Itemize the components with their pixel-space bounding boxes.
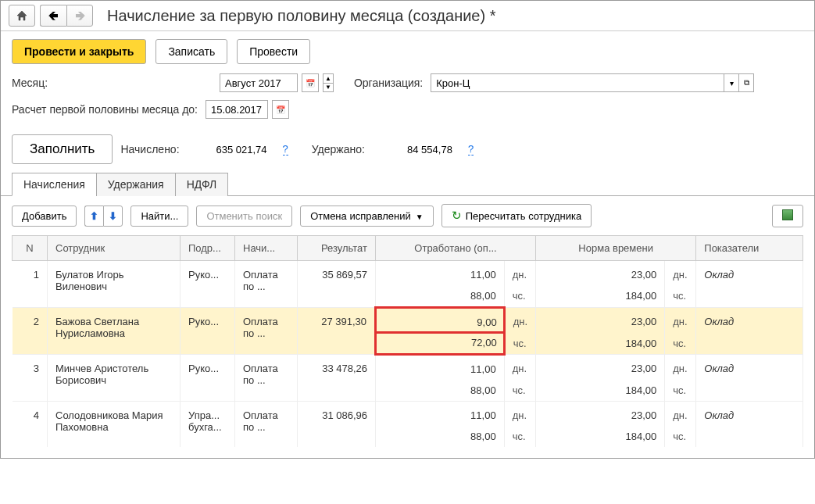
half-month-calendar-button[interactable]: 📅: [272, 100, 289, 119]
cell-worked-hours: 88,00: [376, 380, 505, 402]
arrow-right-icon: 🡺: [75, 10, 85, 22]
cancel-corrections-button[interactable]: Отмена исправлений▼: [300, 206, 434, 227]
cell-result: 31 086,96: [298, 401, 376, 447]
month-input[interactable]: [220, 73, 298, 92]
cell-employee: Булатов ИгорьВиленович: [48, 261, 181, 308]
col-accr[interactable]: Начи...: [235, 236, 298, 261]
post-and-close-button[interactable]: Провести и закрыть: [12, 39, 146, 64]
cell-employee: Бажова СветланаНурисламовна: [48, 308, 181, 355]
calendar-icon: 📅: [276, 105, 285, 114]
table-row[interactable]: 4Солодовникова МарияПахомовнаУпра...бухг…: [13, 401, 803, 447]
cell-accrual: Оплатапо ...: [235, 354, 298, 401]
cell-n: 4: [13, 401, 48, 447]
home-button[interactable]: [9, 5, 35, 27]
cell-accrual: Оплатапо ...: [235, 401, 298, 447]
add-button[interactable]: Добавить: [12, 206, 77, 227]
cell-unit-days: дн.: [504, 261, 535, 286]
col-indicators[interactable]: Показатели: [696, 236, 803, 261]
cell-indicator: Оклад: [696, 354, 803, 401]
cell-norm-hours: 184,00: [536, 333, 665, 355]
month-calendar-button[interactable]: 📅: [302, 73, 319, 92]
col-dept[interactable]: Подр...: [181, 236, 235, 261]
write-button[interactable]: Записать: [155, 39, 227, 64]
accrued-help[interactable]: ?: [283, 143, 288, 155]
org-label: Организация:: [354, 77, 423, 89]
cell-result: 33 478,26: [298, 354, 376, 401]
half-month-label: Расчет первой половины месяца до:: [12, 103, 198, 116]
col-norm[interactable]: Норма времени: [536, 236, 696, 261]
window-title: Начисление за первую половину месяца (со…: [107, 7, 496, 25]
withheld-label: Удержано:: [312, 143, 365, 155]
cell-dept: Руко...: [181, 261, 235, 308]
accrued-label: Начислено:: [120, 143, 179, 155]
cell-n: 3: [13, 354, 48, 401]
cell-employee: Минчев АристотельБорисович: [48, 354, 181, 401]
arrow-down-icon: ⬇: [109, 210, 117, 222]
cell-norm-days: 23,00: [536, 261, 665, 286]
tab-accruals[interactable]: Начисления: [12, 173, 97, 196]
cell-unit-hours: чс.: [504, 380, 535, 402]
move-down-button[interactable]: ⬇: [103, 206, 123, 227]
half-month-date-input[interactable]: [206, 100, 268, 119]
org-input[interactable]: [431, 73, 724, 92]
cell-norm-hours: 184,00: [536, 426, 665, 447]
col-result[interactable]: Результат: [298, 236, 376, 261]
forward-button[interactable]: 🡺: [66, 5, 93, 27]
cell-worked-hours: 72,00: [376, 333, 505, 355]
month-label: Месяц:: [12, 77, 215, 89]
open-icon: ⧉: [744, 78, 749, 88]
tab-withholdings[interactable]: Удержания: [96, 173, 176, 196]
withheld-help[interactable]: ?: [468, 143, 474, 155]
accrued-value: [188, 140, 272, 159]
cell-result: 35 869,57: [298, 261, 376, 308]
cell-worked-hours: 88,00: [376, 285, 505, 308]
cancel-search-button[interactable]: Отменить поиск: [196, 206, 292, 227]
cell-norm-days: 23,00: [536, 401, 665, 426]
table-row[interactable]: 1Булатов ИгорьВиленовичРуко...Оплатапо .…: [13, 261, 803, 308]
table-row[interactable]: 3Минчев АристотельБорисовичРуко...Оплата…: [13, 354, 803, 401]
arrow-left-icon: 🡸: [48, 10, 59, 22]
cell-unit-days: дн.: [504, 308, 535, 333]
post-button[interactable]: Провести: [237, 39, 310, 64]
home-icon: [16, 9, 28, 22]
col-worked[interactable]: Отработано (оп...: [376, 236, 536, 261]
chevron-down-icon: ▾: [730, 79, 734, 88]
cell-worked-hours: 88,00: [376, 426, 505, 447]
move-up-button[interactable]: ⬆: [84, 206, 103, 227]
cell-worked-days: 11,00: [376, 354, 505, 380]
cell-indicator: Оклад: [696, 308, 803, 355]
table-settings-button[interactable]: [772, 205, 803, 227]
cell-norm-days: 23,00: [536, 308, 665, 333]
cell-unit-hours: чс.: [504, 426, 535, 447]
cancel-corrections-label: Отмена исправлений: [310, 210, 411, 222]
month-down-button[interactable]: ▼: [323, 83, 334, 92]
back-button[interactable]: 🡸: [40, 5, 66, 27]
cell-unit-days: дн.: [504, 354, 535, 380]
cell-worked-days: 9,00: [376, 308, 505, 333]
cell-n: 2: [13, 308, 48, 355]
refresh-icon: ↻: [452, 209, 462, 222]
cell-unit-hours: чс.: [504, 285, 535, 308]
cell-norm-hours: 184,00: [536, 380, 665, 402]
cell-norm-days: 23,00: [536, 354, 665, 380]
cell-unit-days: дн.: [665, 401, 696, 426]
cell-n: 1: [13, 261, 48, 308]
col-employee[interactable]: Сотрудник: [48, 236, 181, 261]
recalc-employee-button[interactable]: ↻Пересчитать сотрудника: [441, 204, 592, 227]
cell-employee: Солодовникова МарияПахомовна: [48, 401, 181, 447]
chevron-down-icon: ▼: [416, 213, 424, 221]
month-up-button[interactable]: ▲: [323, 73, 334, 83]
table-row[interactable]: 2Бажова СветланаНурисламовнаРуко...Оплат…: [13, 308, 803, 355]
cell-unit-hours: чс.: [504, 333, 535, 355]
cell-indicator: Оклад: [696, 401, 803, 447]
org-open-button[interactable]: ⧉: [738, 73, 754, 92]
org-dropdown-button[interactable]: ▾: [724, 73, 739, 92]
tab-ndfl[interactable]: НДФЛ: [175, 173, 229, 196]
find-button[interactable]: Найти...: [130, 206, 188, 227]
fill-button[interactable]: Заполнить: [12, 134, 113, 164]
cell-worked-days: 11,00: [376, 261, 505, 286]
cell-norm-hours: 184,00: [536, 285, 665, 308]
col-n[interactable]: N: [13, 236, 48, 261]
cell-result: 27 391,30: [298, 308, 376, 355]
cell-unit-hours: чс.: [665, 380, 696, 402]
